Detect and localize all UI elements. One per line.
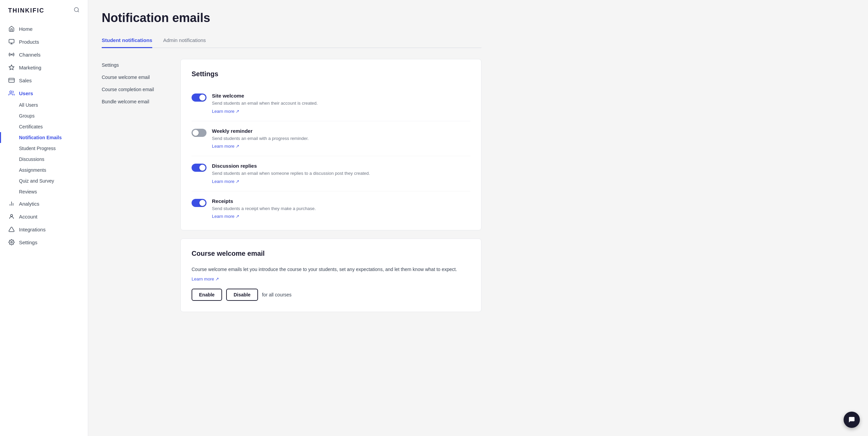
page-title: Notification emails xyxy=(102,11,481,25)
site-welcome-desc: Send students an email when their accoun… xyxy=(212,100,470,107)
sidebar-item-channels[interactable]: Channels xyxy=(0,48,88,61)
products-icon xyxy=(8,39,15,45)
receipts-info: Receipts Send students a receipt when th… xyxy=(212,198,470,220)
sidebar-label-channels: Channels xyxy=(19,52,40,58)
sidebar-item-quiz-survey[interactable]: Quiz and Survey xyxy=(0,175,88,186)
site-welcome-toggle[interactable] xyxy=(192,94,206,102)
account-icon xyxy=(8,213,15,220)
weekly-reminder-learn-more[interactable]: Learn more ↗ xyxy=(212,144,239,149)
discussion-replies-learn-more[interactable]: Learn more ↗ xyxy=(212,179,239,184)
course-welcome-card: Course welcome email Course welcome emai… xyxy=(180,238,481,312)
sidebar-label-account: Account xyxy=(19,214,37,220)
sidebar-item-notification-emails[interactable]: Notification Emails xyxy=(0,132,88,143)
section-nav: Settings Course welcome email Course com… xyxy=(102,59,170,312)
section-nav-course-completion[interactable]: Course completion email xyxy=(102,83,170,96)
settings-card: Settings Site welcome Send students an e… xyxy=(180,59,481,230)
sidebar-item-marketing[interactable]: Marketing xyxy=(0,61,88,74)
weekly-reminder-label: Weekly reminder xyxy=(212,128,470,134)
sidebar-item-groups[interactable]: Groups xyxy=(0,110,88,121)
discussion-replies-label: Discussion replies xyxy=(212,163,470,169)
users-icon xyxy=(8,90,15,96)
section-nav-settings[interactable]: Settings xyxy=(102,59,170,71)
svg-rect-7 xyxy=(9,78,15,82)
sidebar-item-analytics[interactable]: Analytics xyxy=(0,197,88,210)
cards-area: Settings Site welcome Send students an e… xyxy=(180,59,481,312)
main-nav: Home Products Channels Marketing xyxy=(0,20,88,251)
sales-icon xyxy=(8,77,15,83)
svg-line-1 xyxy=(78,11,79,12)
receipts-toggle[interactable] xyxy=(192,199,206,207)
sidebar-label-sales: Sales xyxy=(19,78,32,83)
sidebar-item-sales[interactable]: Sales xyxy=(0,74,88,87)
site-welcome-info: Site welcome Send students an email when… xyxy=(212,93,470,114)
sidebar-item-reviews[interactable]: Reviews xyxy=(0,186,88,197)
receipts-label: Receipts xyxy=(212,198,470,204)
sidebar-label-settings: Settings xyxy=(19,240,37,245)
sidebar-label-products: Products xyxy=(19,39,39,45)
toggle-row-discussion-replies: Discussion replies Send students an emai… xyxy=(192,156,470,191)
sidebar-item-certificates[interactable]: Certificates xyxy=(0,121,88,132)
toggle-row-site-welcome: Site welcome Send students an email when… xyxy=(192,86,470,121)
sidebar-item-all-users[interactable]: All Users xyxy=(0,100,88,110)
svg-rect-2 xyxy=(9,39,14,43)
svg-marker-6 xyxy=(9,65,14,70)
settings-icon xyxy=(8,239,15,245)
sidebar-item-home[interactable]: Home xyxy=(0,22,88,35)
weekly-reminder-desc: Send students an email with a progress r… xyxy=(212,135,470,142)
disable-button[interactable]: Disable xyxy=(226,289,258,301)
svg-point-9 xyxy=(10,91,12,93)
channels-icon xyxy=(8,51,15,58)
brand-logo: THINKIFIC xyxy=(8,7,44,14)
main-content: Notification emails Student notification… xyxy=(88,0,868,436)
site-welcome-label: Site welcome xyxy=(212,93,470,99)
chat-bubble[interactable] xyxy=(844,412,860,428)
discussion-replies-toggle[interactable] xyxy=(192,164,206,172)
analytics-icon xyxy=(8,201,15,207)
sidebar-item-student-progress[interactable]: Student Progress xyxy=(0,143,88,154)
course-welcome-title: Course welcome email xyxy=(192,250,470,257)
sidebar-logo: THINKIFIC xyxy=(0,0,88,20)
home-icon xyxy=(8,26,15,32)
integrations-icon xyxy=(8,226,15,232)
sidebar-item-discussions[interactable]: Discussions xyxy=(0,154,88,165)
sidebar-label-integrations: Integrations xyxy=(19,227,45,232)
svg-point-13 xyxy=(11,214,13,216)
tab-admin-notifications[interactable]: Admin notifications xyxy=(163,33,206,48)
sidebar-item-users[interactable]: Users xyxy=(0,87,88,100)
svg-point-14 xyxy=(11,242,13,243)
weekly-reminder-info: Weekly reminder Send students an email w… xyxy=(212,128,470,149)
sidebar-item-products[interactable]: Products xyxy=(0,35,88,48)
enable-button[interactable]: Enable xyxy=(192,289,222,301)
sidebar-item-account[interactable]: Account xyxy=(0,210,88,223)
svg-point-5 xyxy=(11,54,12,55)
discussion-replies-desc: Send students an email when someone repl… xyxy=(212,170,470,177)
sidebar-item-settings[interactable]: Settings xyxy=(0,236,88,249)
settings-card-title: Settings xyxy=(192,70,470,78)
notification-tabs: Student notifications Admin notification… xyxy=(102,33,481,48)
sidebar-label-home: Home xyxy=(19,26,33,32)
section-nav-course-welcome[interactable]: Course welcome email xyxy=(102,71,170,83)
svg-point-0 xyxy=(74,7,78,12)
section-nav-bundle-welcome[interactable]: Bundle welcome email xyxy=(102,96,170,108)
course-welcome-learn-more[interactable]: Learn more ↗ xyxy=(192,276,219,282)
for-all-courses-text: for all courses xyxy=(262,292,292,297)
weekly-reminder-toggle[interactable] xyxy=(192,129,206,137)
marketing-icon xyxy=(8,64,15,70)
receipts-learn-more[interactable]: Learn more ↗ xyxy=(212,214,239,219)
sidebar-item-assignments[interactable]: Assignments xyxy=(0,165,88,175)
users-sub-nav: All Users Groups Certificates Notificati… xyxy=(0,100,88,197)
search-icon[interactable] xyxy=(74,7,80,14)
tab-student-notifications[interactable]: Student notifications xyxy=(102,33,152,48)
sidebar-label-analytics: Analytics xyxy=(19,201,39,207)
site-welcome-learn-more[interactable]: Learn more ↗ xyxy=(212,109,239,114)
sidebar-label-users: Users xyxy=(19,90,33,96)
course-welcome-actions: Enable Disable for all courses xyxy=(192,289,470,301)
toggle-row-weekly-reminder: Weekly reminder Send students an email w… xyxy=(192,121,470,157)
sidebar-item-integrations[interactable]: Integrations xyxy=(0,223,88,236)
sidebar-label-marketing: Marketing xyxy=(19,65,41,70)
course-welcome-desc: Course welcome emails let you introduce … xyxy=(192,266,470,273)
sidebar: THINKIFIC Home Products Channels xyxy=(0,0,88,436)
content-area: Settings Course welcome email Course com… xyxy=(102,59,481,312)
receipts-desc: Send students a receipt when they make a… xyxy=(212,205,470,212)
toggle-row-receipts: Receipts Send students a receipt when th… xyxy=(192,191,470,220)
